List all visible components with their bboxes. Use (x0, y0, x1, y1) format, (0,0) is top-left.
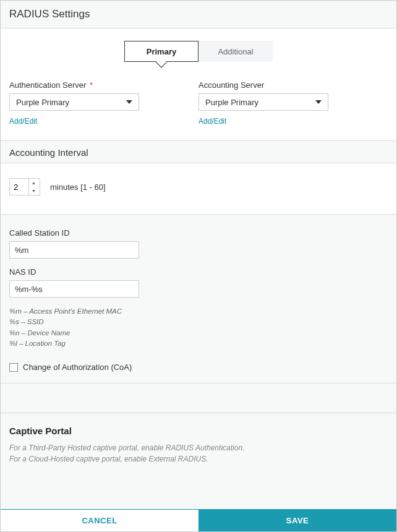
called-station-id-input[interactable] (9, 241, 139, 259)
coa-row: Change of Authorization (CoA) (9, 360, 388, 374)
tabs-section: Primary Additional Authentication Server… (1, 28, 396, 140)
caret-down-icon (315, 100, 322, 104)
save-button[interactable]: SAVE (198, 510, 396, 531)
spacer (1, 384, 396, 413)
auth-server-value: Purple Primary (16, 98, 69, 107)
spinbox: ▲ ▼ (28, 179, 38, 195)
tab-additional-label: Additional (218, 47, 253, 56)
tab-primary-label: Primary (147, 47, 176, 56)
captive-line-1: For a Third-Party Hosted captive portal,… (9, 442, 388, 453)
acct-server-select[interactable]: Purple Primary (198, 93, 328, 111)
accounting-interval-hint: minutes [1 - 60] (50, 182, 106, 192)
cancel-button[interactable]: CANCEL (1, 510, 198, 531)
spin-down-icon[interactable]: ▼ (29, 187, 38, 195)
legend-n: %n – Device Name (9, 328, 388, 338)
nas-id-input[interactable] (9, 280, 139, 298)
ids-body: Called Station ID NAS ID %m – Access Poi… (1, 215, 396, 384)
spin-up-icon[interactable]: ▲ (29, 179, 38, 187)
caret-down-icon (126, 100, 132, 104)
captive-portal-section: Captive Portal For a Third-Party Hosted … (1, 413, 396, 509)
auth-server-label-text: Authentication Server (9, 80, 86, 90)
coa-checkbox[interactable] (9, 363, 18, 372)
tab-primary[interactable]: Primary (124, 41, 198, 62)
accounting-interval-title: Accounting Interval (1, 140, 396, 163)
required-marker: * (90, 80, 93, 90)
legend-l: %l – Location Tag (9, 338, 388, 349)
tabs: Primary Additional (1, 41, 396, 62)
accounting-interval-input-wrap: ▲ ▼ (9, 178, 40, 195)
called-station-id-label: Called Station ID (9, 228, 388, 238)
nas-id-label: NAS ID (9, 267, 388, 277)
captive-portal-desc: For a Third-Party Hosted captive portal,… (9, 442, 388, 465)
legend-m: %m – Access Point's Ethernet MAC (9, 306, 388, 317)
servers-row: Authentication Server * Purple Primary A… (1, 62, 396, 140)
acct-server-add-edit-link[interactable]: Add/Edit (198, 117, 226, 126)
tab-additional[interactable]: Additional (198, 41, 273, 62)
coa-label: Change of Authorization (CoA) (23, 363, 132, 372)
captive-line-2: For a Cloud-Hosted captive portal, enabl… (9, 453, 388, 465)
auth-server-label: Authentication Server * (9, 80, 198, 90)
auth-server-add-edit-link[interactable]: Add/Edit (9, 117, 37, 126)
auth-server-select[interactable]: Purple Primary (9, 93, 139, 111)
placeholder-legend: %m – Access Point's Ethernet MAC %s – SS… (9, 306, 388, 349)
legend-s: %s – SSID (9, 317, 388, 327)
page-title: RADIUS Settings (1, 1, 396, 28)
captive-portal-title: Captive Portal (9, 426, 388, 436)
accounting-interval-body: ▲ ▼ minutes [1 - 60] (1, 163, 396, 215)
accounting-interval-input[interactable] (10, 182, 28, 192)
acct-server-col: Accounting Server Purple Primary Add/Edi… (198, 80, 388, 126)
acct-server-label: Accounting Server (198, 80, 388, 90)
acct-server-value: Purple Primary (205, 98, 258, 107)
footer: CANCEL SAVE (1, 509, 396, 531)
auth-server-col: Authentication Server * Purple Primary A… (9, 80, 198, 126)
radius-settings-page: RADIUS Settings Primary Additional Authe… (0, 0, 397, 532)
